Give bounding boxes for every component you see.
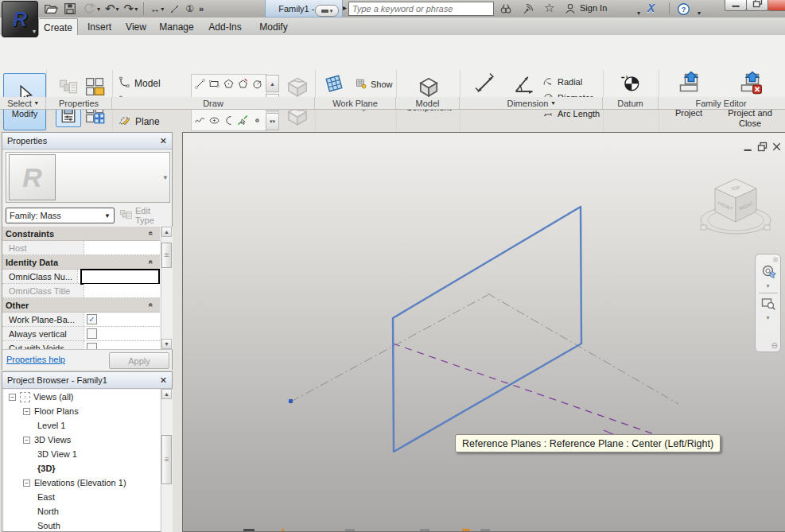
reference-plane-endpoint[interactable]	[289, 399, 293, 403]
select-panel-label[interactable]: Select ▾	[0, 97, 46, 109]
load-into-project-button[interactable]: Load into Project	[663, 71, 715, 118]
drawing-area-3d-view[interactable]: TOP FRONT RIGHT ⦻ ▾ ▾ ⊖ Reference Planes…	[182, 132, 785, 532]
browser-item-elevationselevation1[interactable]: −Elevations (Elevation 1)	[4, 476, 160, 490]
checkbox[interactable]: ✓	[87, 314, 97, 324]
tree-expander-icon[interactable]: −	[9, 394, 16, 401]
tab-view[interactable]: View	[121, 18, 151, 35]
properties-help-link[interactable]: Properties help	[6, 355, 65, 364]
properties-close-icon[interactable]: ✕	[160, 136, 167, 146]
type-preview-box[interactable]: R ▾	[6, 152, 170, 203]
browser-item-3dviews[interactable]: −3D Views	[4, 433, 160, 447]
exchange-apps-icon[interactable]: X	[647, 2, 655, 14]
browser-item-3d[interactable]: {3D}	[4, 461, 160, 476]
browser-item-floorplans[interactable]: −Floor Plans	[4, 404, 160, 418]
open-file-icon[interactable]	[42, 1, 60, 17]
reference-plane-line-right[interactable]	[488, 293, 678, 404]
show-work-plane-button[interactable]: Show	[355, 76, 393, 92]
draw-tool-rectangle[interactable]	[207, 75, 221, 93]
sign-in-person-icon[interactable]	[564, 1, 577, 17]
view-minimize-icon[interactable]	[742, 141, 754, 154]
draw-tool-partial-ellipse[interactable]	[221, 111, 235, 130]
dim-radial-button[interactable]: Radial	[542, 74, 600, 90]
draw-tool-inscribed-polygon[interactable]	[221, 75, 235, 93]
viewcube[interactable]: TOP FRONT RIGHT	[694, 168, 777, 254]
communication-center-icon[interactable]	[522, 1, 534, 17]
navbar-collapse-icon[interactable]: ⊖	[771, 341, 778, 350]
tag-icon[interactable]: ①	[184, 1, 196, 17]
draw-tool-pick-lines[interactable]	[235, 111, 250, 130]
steering-wheel-menu-arrow-icon[interactable]: ▾	[766, 282, 769, 289]
draw-grid-expand[interactable]: ▾▾	[266, 113, 279, 130]
browser-item-east[interactable]: East	[4, 490, 160, 504]
application-menu-button[interactable]: R ▾	[2, 1, 38, 37]
redo-icon[interactable]: ↷▾	[122, 1, 140, 17]
viewcube-rotate-handle[interactable]	[764, 225, 770, 230]
tree-expander-icon[interactable]: −	[23, 437, 30, 444]
view-restore-icon[interactable]	[756, 141, 768, 154]
search-input[interactable]	[349, 2, 493, 15]
tab-create[interactable]: Create	[38, 18, 78, 36]
sync-icon[interactable]: ▾	[80, 1, 102, 17]
draw-tool-circle[interactable]	[250, 75, 264, 93]
window-minimize-button[interactable]	[725, 0, 747, 11]
reference-plane-line-left[interactable]	[291, 295, 488, 402]
tab-manage[interactable]: Manage	[156, 18, 197, 35]
draw-grid-scroll-up[interactable]: ▲	[266, 75, 279, 92]
browser-item-viewsall[interactable]: −○Views (all)	[4, 390, 160, 404]
property-group-other[interactable]: Other«	[2, 298, 160, 313]
omniclass-number-input[interactable]	[80, 269, 160, 285]
properties-palette-titlebar[interactable]: Properties ✕	[2, 133, 172, 150]
window-restore-button[interactable]	[746, 0, 768, 11]
selected-reference-plane[interactable]	[393, 207, 581, 452]
model-line-button[interactable]: Model	[118, 75, 188, 92]
project-browser-scrollbar[interactable]: ▲ ☰	[161, 389, 173, 532]
sign-in-button[interactable]: Sign In	[580, 3, 607, 13]
reference-plane-button[interactable]: Plane	[118, 113, 188, 130]
draw-tool-circumscribed-polygon[interactable]	[235, 75, 250, 93]
measure-icon[interactable]: ↔▾	[148, 1, 165, 17]
tab-modify[interactable]: Modify	[253, 18, 294, 35]
tab-insert[interactable]: Insert	[82, 18, 117, 35]
type-selector[interactable]: Family: Mass ▼	[6, 208, 115, 223]
project-browser-titlebar[interactable]: Project Browser - Family1 ✕	[2, 372, 172, 389]
navbar-close-icon[interactable]: ⦻	[773, 255, 778, 264]
tree-expander-icon[interactable]: −	[23, 408, 30, 415]
help-search-box[interactable]	[348, 2, 494, 16]
zoom-tool-icon[interactable]	[760, 296, 776, 313]
draw-tool-line[interactable]	[192, 75, 207, 93]
undo-icon[interactable]: ↶▾	[103, 1, 121, 17]
browser-item-3dview1[interactable]: 3D View 1	[4, 447, 160, 461]
help-icon[interactable]: ?	[677, 1, 690, 17]
checkbox[interactable]	[87, 328, 97, 339]
tab-addins[interactable]: Add-Ins	[202, 18, 248, 35]
favorites-star-icon[interactable]: ☆	[544, 0, 554, 16]
property-group-identitydata[interactable]: Identity Data«	[2, 255, 160, 270]
document-scroll-arrow-icon[interactable]: ▸	[343, 3, 347, 12]
property-group-constraints[interactable]: Constraints«	[2, 227, 160, 241]
search-icon[interactable]	[499, 1, 512, 17]
draw-tool-spline-points[interactable]	[192, 111, 207, 130]
properties-scrollbar[interactable]: ▲ ☰ ▼	[161, 227, 173, 349]
project-browser-close-icon[interactable]: ✕	[160, 375, 167, 386]
draw-tool-point[interactable]	[250, 111, 264, 130]
ribbon-minimize-toggle[interactable]: ▾	[315, 5, 339, 17]
save-icon[interactable]	[61, 1, 79, 17]
dimension-panel-label[interactable]: Dimension ▾	[460, 97, 603, 109]
checkbox[interactable]	[87, 343, 97, 349]
preview-dropdown-arrow-icon[interactable]: ▾	[163, 173, 167, 181]
browser-item-south[interactable]: South	[4, 518, 160, 531]
zoom-menu-arrow-icon[interactable]: ▾	[766, 314, 769, 321]
qat-overflow-icon[interactable]: »	[197, 1, 205, 17]
browser-item-north[interactable]: North	[4, 504, 160, 518]
tree-expander-icon[interactable]: −	[23, 480, 30, 487]
aligned-dimension-icon[interactable]	[167, 1, 182, 17]
viewcube-rotate-handle[interactable]	[701, 225, 706, 230]
window-close-button[interactable]	[768, 0, 785, 11]
navigation-bar[interactable]: ⦻ ▾ ▾ ⊖	[755, 254, 781, 352]
edit-type-button[interactable]: Edit Type	[119, 206, 170, 225]
view-close-icon[interactable]	[771, 141, 783, 154]
draw-tool-ellipse[interactable]	[207, 111, 221, 130]
steering-wheel-icon[interactable]	[760, 264, 777, 282]
apply-button[interactable]: Apply	[109, 352, 169, 369]
browser-item-level1[interactable]: Level 1	[4, 418, 160, 433]
